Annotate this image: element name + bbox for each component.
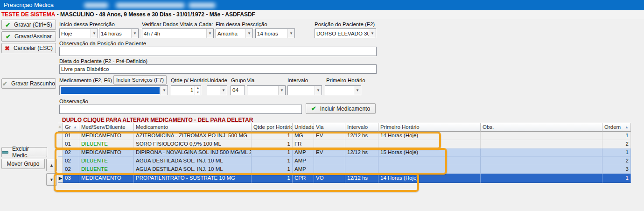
stepper-arrows[interactable]: ▲▼: [195, 86, 201, 95]
chevron-down-icon[interactable]: ▼: [315, 86, 322, 95]
save-button[interactable]: ✔ Gravar (Ctrl+S): [1, 20, 56, 30]
move-group-up-button[interactable]: ▲: [46, 159, 57, 171]
vitals-interval-select[interactable]: 4h / 4h ▼: [142, 28, 214, 38]
cell-unidade: AMP: [293, 148, 314, 157]
chevron-down-icon[interactable]: ▼: [220, 86, 227, 95]
cell-via: EV: [314, 148, 345, 157]
cell-via: EV: [314, 132, 345, 140]
move-group-label: Mover Grupo: [7, 161, 39, 167]
end-time-value: 14 horas: [256, 31, 287, 36]
save-sign-button[interactable]: ✔ Gravar/Assinar: [1, 31, 56, 42]
cell-ordem: 1: [602, 148, 631, 157]
position-note-input[interactable]: [59, 47, 377, 56]
cell-obs: [481, 148, 602, 157]
column-header-ordem[interactable]: Ordem▲: [602, 123, 631, 132]
cell-gr: 01: [63, 132, 79, 140]
cell-ordem: 2: [602, 157, 631, 165]
column-header-obs[interactable]: Obs.: [481, 123, 602, 132]
cell-qtde: 1: [252, 165, 293, 174]
chevron-down-icon[interactable]: ▼: [287, 29, 294, 38]
cell-tipo: DILUENTE: [79, 165, 134, 174]
route-select[interactable]: ▼: [247, 85, 286, 95]
end-day-value: Amanhã: [216, 31, 245, 36]
grid-row-5[interactable]: 02DILUENTEAGUA DESTILADA SOL. INJ. 10 ML…: [58, 165, 631, 174]
column-header-tipo[interactable]: Med/Serv/Diluente: [79, 123, 134, 132]
start-prescription-label: Início dessa Prescrição: [59, 21, 115, 27]
delete-medication-button[interactable]: Excluir Medic.: [1, 147, 47, 157]
cell-gr: 02: [63, 165, 79, 174]
cell-medicamento: AGUA DESTILADA SOL. INJ. 10 ML: [134, 157, 252, 165]
select-all-icon[interactable]: ✳: [58, 123, 63, 132]
medication-select[interactable]: ▼: [59, 85, 168, 95]
cell-via: [314, 140, 345, 148]
move-group-down-button[interactable]: ▼: [46, 173, 57, 186]
start-time-select[interactable]: 14 horas ▼: [99, 28, 139, 38]
column-header-via[interactable]: Via: [314, 123, 345, 132]
move-group-button[interactable]: Mover Grupo: [1, 159, 45, 169]
chevron-down-icon[interactable]: ▼: [161, 86, 168, 95]
column-header-medicamento[interactable]: Medicamento: [134, 123, 252, 132]
stepper-up-icon[interactable]: ▲: [195, 86, 201, 91]
interval-select[interactable]: ▼: [287, 85, 322, 95]
start-day-select[interactable]: Hoje ▼: [59, 28, 98, 38]
medication-grid: ✳ Gr▲ Med/Serv/Diluente Medicamento Qtde…: [58, 123, 631, 183]
cell-obs: [481, 174, 602, 183]
grid-body: 01MEDICAMENTOAZITROMICINA - ZITROMAX PO …: [58, 132, 631, 183]
chevron-down-icon[interactable]: ▼: [206, 29, 213, 38]
chevron-down-icon[interactable]: ▼: [91, 29, 98, 38]
window-title: Prescrição Médica: [4, 0, 54, 10]
end-time-select[interactable]: 14 horas ▼: [255, 28, 295, 38]
position-note-label: Observação da Posição do Paciente: [59, 41, 146, 46]
cell-qtde: 1: [252, 174, 293, 183]
vitals-interval-value: 4h / 4h: [142, 31, 206, 36]
row-selector-cell: [58, 165, 63, 174]
cell-via: [314, 165, 345, 174]
note-input[interactable]: [59, 105, 302, 114]
column-header-intervalo[interactable]: Intervalo: [345, 123, 378, 132]
end-day-select[interactable]: Amanhã ▼: [216, 28, 253, 38]
unit-select[interactable]: ▼: [207, 85, 227, 95]
unit-label: Unidade: [207, 77, 227, 83]
qty-per-time-stepper[interactable]: 1 ▲▼: [171, 85, 201, 95]
grid-row-3[interactable]: 02MEDICAMENTODIPIRONA - NOVALGINA SOL IN…: [58, 148, 631, 157]
group-input[interactable]: 04: [231, 85, 245, 95]
chevron-down-icon[interactable]: ▼: [278, 86, 285, 95]
cell-obs: [481, 140, 602, 148]
cell-primeiro-horario: [378, 165, 481, 174]
patient-position-select[interactable]: DORSO ELEVADO 30 G ▼: [315, 28, 376, 38]
grid-row-6[interactable]: ▶03MEDICAMENTOPROPATILNITRATO - SUSTRATE…: [58, 174, 631, 183]
redacted-text-blur: [189, 3, 216, 8]
chevron-down-icon[interactable]: ▼: [354, 86, 361, 95]
chevron-down-icon[interactable]: ▼: [369, 29, 376, 38]
first-time-select[interactable]: ▼: [325, 85, 361, 95]
column-header-qtde[interactable]: Qtde por Horário: [252, 123, 293, 132]
chevron-down-icon[interactable]: ▼: [131, 29, 138, 38]
delete-medication-label: Excluir Medic.: [12, 146, 47, 159]
column-header-unidade[interactable]: Unidade: [293, 123, 314, 132]
check-gray-icon: ✔: [2, 81, 7, 87]
cell-intervalo: 12/12 hs: [345, 148, 378, 157]
cell-medicamento: AZITROMICINA - ZITROMAX PO INJ. 500 MG: [134, 132, 252, 140]
include-services-button[interactable]: Incluir Serviços (F7): [113, 75, 167, 84]
grid-row-4[interactable]: 02DILUENTEAGUA DESTILADA SOL. INJ. 10 ML…: [58, 157, 631, 165]
cell-intervalo: 12/12 hs: [345, 132, 378, 140]
column-header-primeiro[interactable]: Primeiro Horário: [378, 123, 481, 132]
cancel-button[interactable]: ✖ Cancelar (ESC): [1, 43, 56, 53]
chevron-down-icon[interactable]: ▼: [245, 29, 252, 38]
cell-qtde: 1: [252, 132, 293, 140]
diet-input[interactable]: Livre para Diabético: [59, 64, 377, 74]
grid-row-1[interactable]: 01MEDICAMENTOAZITROMICINA - ZITROMAX PO …: [58, 132, 631, 140]
patient-position-value: DORSO ELEVADO 30 G: [315, 31, 369, 36]
include-medication-button[interactable]: ✔ Incluir Medicamento: [306, 103, 376, 114]
cell-qtde: 1: [252, 148, 293, 157]
cell-tipo: MEDICAMENTO: [79, 148, 134, 157]
cell-ordem: 2: [602, 140, 631, 148]
grid-row-2[interactable]: 01DILUENTESORO FISIOLOGICO 0,9% 100 ML1F…: [58, 140, 631, 148]
cell-primeiro-horario: 14 Horas (Hoje): [378, 174, 481, 183]
cell-gr: 02: [63, 157, 79, 165]
save-draft-button[interactable]: ✔ Gravar Rascunho: [1, 78, 56, 89]
grid-header-row: ✳ Gr▲ Med/Serv/Diluente Medicamento Qtde…: [58, 123, 631, 132]
stepper-down-icon[interactable]: ▼: [195, 91, 201, 95]
column-header-gr[interactable]: Gr▲: [63, 123, 79, 132]
cell-tipo: DILUENTE: [79, 140, 134, 148]
